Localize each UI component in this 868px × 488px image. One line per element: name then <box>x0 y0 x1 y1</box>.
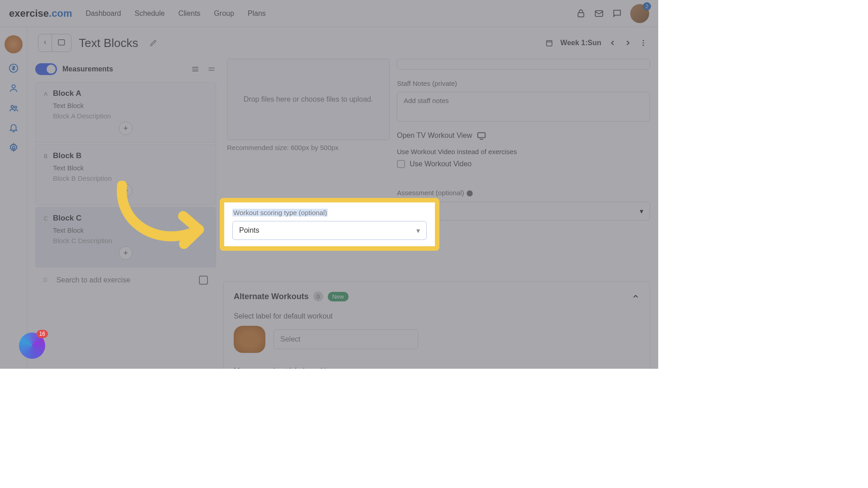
dollar-icon[interactable] <box>9 63 19 73</box>
nav-dashboard[interactable]: Dashboard <box>85 9 121 18</box>
alt-select[interactable]: Select <box>274 329 418 349</box>
nav-group[interactable]: Group <box>214 9 234 18</box>
svg-point-9 <box>643 40 644 41</box>
help-fab[interactable]: 16 <box>19 333 45 359</box>
svg-point-4 <box>11 106 14 108</box>
lock-icon[interactable] <box>576 9 586 19</box>
use-video-checkbox[interactable] <box>397 160 405 168</box>
tv-view-link[interactable]: Open TV Workout View <box>397 131 472 140</box>
nav-plans[interactable]: Plans <box>248 9 266 18</box>
tv-icon[interactable] <box>476 131 486 141</box>
nav-schedule[interactable]: Schedule <box>135 9 165 18</box>
nav: Dashboard Schedule Clients Group Plans <box>85 9 562 18</box>
avatar[interactable]: 2 <box>630 4 649 23</box>
info-icon[interactable] <box>466 190 473 197</box>
checkbox-icon[interactable] <box>199 276 208 285</box>
alternate-workouts: Alternate Workouts 0 New Select label fo… <box>223 281 650 369</box>
bell-icon[interactable] <box>9 123 19 133</box>
kebab-icon[interactable] <box>639 39 647 47</box>
svg-point-6 <box>12 146 15 149</box>
compact-icon[interactable] <box>207 65 216 74</box>
edit-icon[interactable] <box>149 39 157 47</box>
svg-rect-0 <box>578 13 584 17</box>
prev-week-icon[interactable] <box>609 39 617 47</box>
calendar-small-icon <box>545 39 553 47</box>
back-button[interactable]: ‹ <box>38 34 52 52</box>
svg-rect-8 <box>547 41 552 46</box>
week-label[interactable]: Week 1:Sun <box>561 39 601 47</box>
svg-point-10 <box>643 42 644 44</box>
arrow-annotation <box>108 181 217 258</box>
list-icon[interactable] <box>191 65 200 74</box>
file-dropzone[interactable]: Drop files here or choose files to uploa… <box>227 59 390 140</box>
next-week-icon[interactable] <box>624 39 632 47</box>
chat-icon[interactable] <box>612 9 622 19</box>
staff-notes-input[interactable] <box>397 92 650 122</box>
alt-count: 0 <box>313 291 323 301</box>
page-header: ‹ Text Blocks Week 1:Sun <box>27 27 658 59</box>
staff-notes-label: Staff Notes (private) <box>397 80 650 87</box>
block-a[interactable]: A Block A Text Block Block A Description… <box>35 82 216 143</box>
page-title: Text Blocks <box>79 36 138 50</box>
scoring-label: Workout scoring type (optional) <box>232 209 328 216</box>
calendar-button[interactable] <box>52 34 71 52</box>
measurements-label: Measurements <box>62 65 113 73</box>
chevron-up-icon[interactable] <box>632 292 640 300</box>
assessment-label: Assessment (optional) <box>397 189 650 197</box>
siderail <box>0 27 27 369</box>
svg-rect-12 <box>478 133 486 138</box>
user-icon[interactable] <box>9 83 19 93</box>
svg-point-13 <box>467 190 472 196</box>
new-badge: New <box>328 292 349 301</box>
logo: exercise.com <box>9 8 72 19</box>
manage-link[interactable]: Manage workout labels and images ↗ <box>234 366 640 369</box>
use-video-label: Use Workout Video instead of exercises <box>397 148 650 155</box>
users-icon[interactable] <box>9 103 19 113</box>
gear-icon[interactable] <box>9 143 19 153</box>
account-icon[interactable] <box>5 35 23 53</box>
topbar: exercise.com Dashboard Schedule Clients … <box>0 0 658 27</box>
svg-point-11 <box>643 45 644 46</box>
recommended-size: Recommended size: 600px by 500px <box>227 144 390 151</box>
top-textarea[interactable] <box>397 59 650 70</box>
scoring-select[interactable]: Points▾ <box>232 221 427 240</box>
workout-thumbnail <box>234 326 265 353</box>
notification-badge: 2 <box>643 2 651 10</box>
mail-icon[interactable] <box>594 9 604 19</box>
measurements-toggle[interactable] <box>35 63 57 75</box>
highlight-callout: Workout scoring type (optional) Points▾ <box>220 198 439 251</box>
svg-point-3 <box>12 85 15 88</box>
add-button[interactable]: + <box>119 122 132 135</box>
nav-clients[interactable]: Clients <box>178 9 200 18</box>
svg-point-5 <box>14 106 17 108</box>
search-exercise[interactable]: D Search to add exercise <box>35 269 216 291</box>
svg-rect-7 <box>59 40 65 45</box>
